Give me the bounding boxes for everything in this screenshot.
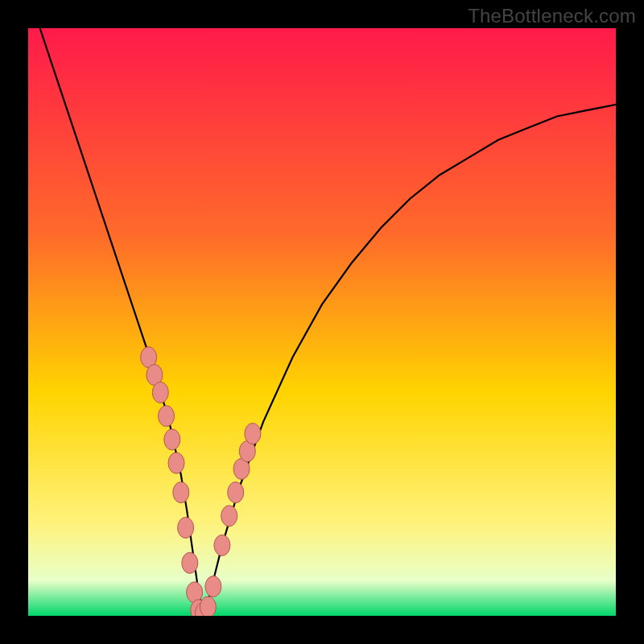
highlight-marker	[159, 406, 175, 427]
plot-area	[28, 28, 616, 616]
highlight-marker	[164, 429, 180, 450]
highlight-marker	[245, 423, 261, 444]
highlight-marker	[200, 597, 216, 616]
highlight-marker	[178, 518, 194, 539]
chart-frame: TheBottleneck.com	[0, 0, 644, 644]
watermark-text: TheBottleneck.com	[468, 5, 636, 27]
gradient-background	[28, 28, 616, 616]
highlight-marker	[182, 552, 198, 573]
highlight-marker	[205, 576, 221, 597]
highlight-marker	[214, 535, 230, 555]
bottleneck-chart	[28, 28, 616, 616]
highlight-marker	[168, 452, 184, 473]
highlight-marker	[173, 482, 189, 503]
highlight-marker	[221, 506, 237, 526]
highlight-marker	[152, 382, 168, 403]
highlight-marker	[228, 482, 244, 503]
